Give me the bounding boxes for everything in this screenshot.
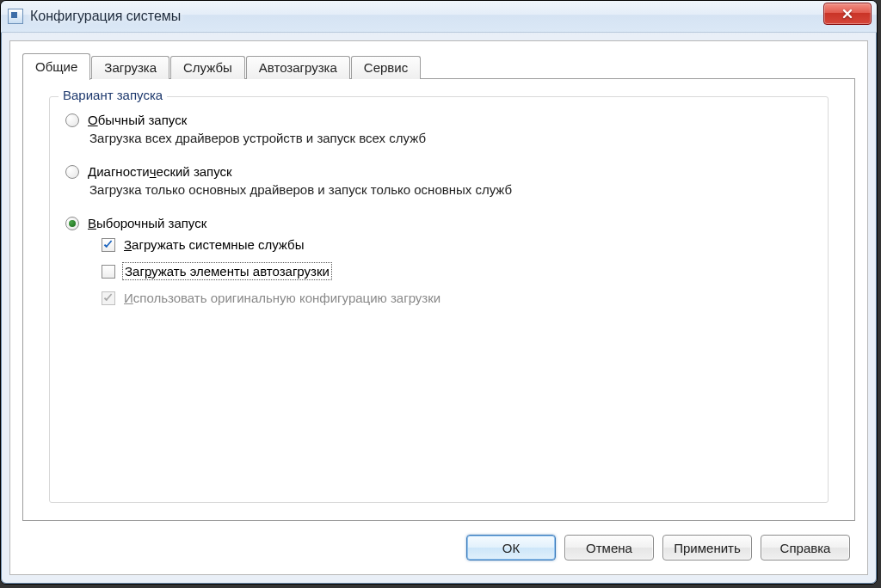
- help-button[interactable]: Справка: [761, 535, 850, 560]
- check-load-startup-items[interactable]: Загружать элементы автозагрузки: [102, 264, 812, 279]
- check-load-services-label: Загружать системные службы: [124, 237, 304, 252]
- tab-general[interactable]: Общие: [22, 53, 90, 80]
- apply-button[interactable]: Применить: [662, 535, 752, 560]
- radio-diagnostic-desc: Загрузка только основных драйверов и зап…: [89, 182, 812, 197]
- startup-selection-group: Вариант запуска Обычный запуск Загрузка …: [49, 96, 829, 503]
- app-icon: [8, 9, 23, 24]
- tab-page-general: Вариант запуска Обычный запуск Загрузка …: [22, 78, 855, 521]
- close-button[interactable]: [823, 3, 872, 25]
- radio-normal-startup[interactable]: Обычный запуск: [65, 113, 812, 127]
- check-use-original-boot: Использовать оригинальную конфигурацию з…: [102, 291, 812, 305]
- tab-startup[interactable]: Автозагрузка: [246, 56, 350, 79]
- radio-diagnostic-input[interactable]: [65, 165, 79, 179]
- window-frame: Конфигурация системы Общие Загрузка Служ…: [0, 0, 878, 585]
- cancel-button[interactable]: Отмена: [564, 535, 654, 560]
- radio-selective-startup[interactable]: Выборочный запуск: [65, 216, 812, 230]
- check-load-startup-label: Загружать элементы автозагрузки: [124, 264, 330, 279]
- tab-boot[interactable]: Загрузка: [91, 56, 169, 79]
- window-title: Конфигурация системы: [30, 9, 823, 24]
- radio-diagnostic-startup[interactable]: Диагностический запуск: [65, 164, 812, 179]
- ok-button[interactable]: ОК: [466, 535, 556, 560]
- groupbox-legend: Вариант запуска: [59, 88, 167, 102]
- check-use-original-boot-input: [102, 291, 115, 305]
- radio-normal-desc: Загрузка всех драйверов устройств и запу…: [89, 131, 812, 145]
- check-load-services[interactable]: Загружать системные службы: [102, 237, 812, 252]
- selective-sub-options: Загружать системные службы Загружать эле…: [102, 237, 812, 305]
- check-load-services-input[interactable]: [102, 238, 115, 252]
- tab-services[interactable]: Службы: [170, 56, 245, 79]
- titlebar[interactable]: Конфигурация системы: [1, 1, 877, 33]
- options-container: Обычный запуск Загрузка всех драйверов у…: [50, 97, 828, 326]
- radio-selective-label: Выборочный запуск: [88, 216, 206, 230]
- radio-diagnostic-label: Диагностический запуск: [88, 164, 232, 179]
- tab-tools[interactable]: Сервис: [351, 56, 421, 79]
- close-icon: [841, 8, 853, 20]
- radio-selective-input[interactable]: [65, 217, 79, 230]
- radio-normal-input[interactable]: [65, 113, 79, 127]
- check-use-original-boot-label: Использовать оригинальную конфигурацию з…: [124, 291, 440, 305]
- client-area: Общие Загрузка Службы Автозагрузка Серви…: [9, 40, 868, 575]
- check-load-startup-input[interactable]: [102, 265, 115, 279]
- tab-strip: Общие Загрузка Службы Автозагрузка Серви…: [22, 53, 422, 79]
- radio-normal-label: Обычный запуск: [88, 113, 187, 127]
- button-bar: ОК Отмена Применить Справка: [466, 535, 850, 560]
